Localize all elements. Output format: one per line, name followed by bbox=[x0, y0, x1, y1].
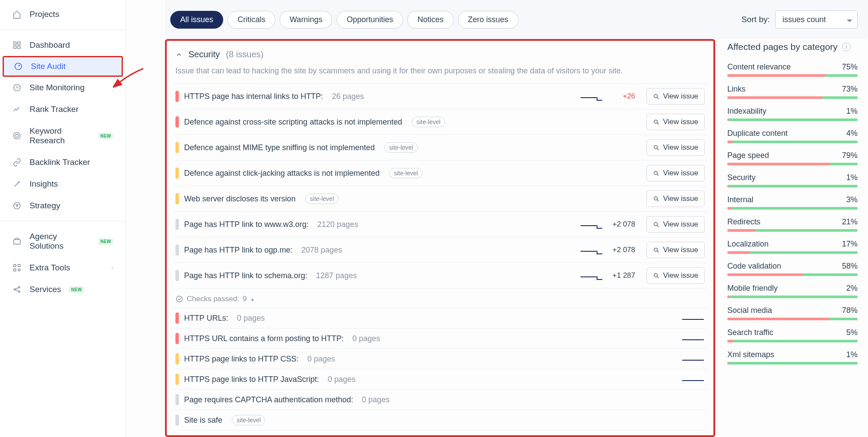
sparkline bbox=[681, 375, 705, 384]
category-label: Links bbox=[727, 85, 746, 94]
category-pct: 79% bbox=[842, 151, 858, 160]
svg-point-19 bbox=[654, 145, 658, 149]
new-badge: NEW bbox=[69, 286, 84, 293]
category-pct: 21% bbox=[842, 217, 858, 227]
nav-services[interactable]: Services NEW bbox=[0, 279, 125, 300]
issue-row: HTTPS page links to HTTP CSS:0 pages bbox=[174, 348, 706, 369]
delta-value: +2 078 bbox=[612, 246, 635, 254]
right-panel-title: Affected pages by category bbox=[727, 42, 838, 52]
category-label: Search traffic bbox=[727, 328, 773, 337]
view-issue-button[interactable]: View issue bbox=[647, 165, 705, 181]
view-issue-button[interactable]: View issue bbox=[647, 88, 705, 105]
sparkline bbox=[580, 271, 603, 280]
svg-point-15 bbox=[18, 286, 20, 288]
view-issue-button[interactable]: View issue bbox=[647, 114, 705, 130]
nav-label: Insights bbox=[30, 179, 58, 189]
info-icon[interactable]: i bbox=[842, 43, 851, 51]
view-issue-button[interactable]: View issue bbox=[647, 139, 705, 156]
nav-label: Services bbox=[30, 285, 61, 294]
affected-pages-panel: Affected pages by category i Content rel… bbox=[727, 39, 858, 437]
category-bar bbox=[727, 362, 858, 365]
nav-projects[interactable]: Projects bbox=[0, 3, 125, 25]
view-issue-button[interactable]: View issue bbox=[647, 191, 705, 207]
category-row[interactable]: Indexability1% bbox=[727, 104, 858, 126]
nav-agency-solutions[interactable]: Agency Solutions NEW bbox=[0, 226, 125, 257]
view-issue-button[interactable]: View issue bbox=[647, 216, 705, 233]
category-row[interactable]: Content relevance75% bbox=[727, 60, 858, 82]
issue-pages: 0 pages bbox=[352, 334, 380, 343]
category-row[interactable]: Security1% bbox=[727, 171, 858, 193]
filter-criticals[interactable]: Criticals bbox=[228, 11, 275, 29]
nav-label: Extra Tools bbox=[30, 263, 70, 273]
nav-label: Projects bbox=[30, 10, 59, 19]
category-label: Page speed bbox=[727, 151, 769, 160]
category-row[interactable]: Page speed79% bbox=[727, 148, 858, 171]
category-row[interactable]: Links73% bbox=[727, 82, 858, 104]
category-row[interactable]: Mobile friendly2% bbox=[727, 281, 858, 303]
category-bar bbox=[727, 340, 858, 342]
nav-strategy[interactable]: Strategy bbox=[0, 195, 125, 217]
issue-row: Page has HTTP link to www.w3.org:2120 pa… bbox=[174, 211, 706, 237]
issue-row: Defence against cross-site scripting att… bbox=[174, 109, 706, 135]
severity-indicator bbox=[175, 168, 179, 179]
section-title: Security bbox=[188, 49, 220, 59]
category-row[interactable]: Redirects21% bbox=[727, 215, 858, 237]
issue-title: Defence against cross-site scripting att… bbox=[184, 118, 402, 127]
section-header[interactable]: Security (8 issues) bbox=[174, 46, 706, 61]
filter-bar: All issues Criticals Warnings Opportunit… bbox=[165, 0, 868, 39]
nav-insights[interactable]: Insights bbox=[0, 173, 125, 195]
severity-indicator bbox=[175, 312, 179, 324]
sort-select[interactable]: issues count bbox=[775, 10, 858, 29]
compass-icon bbox=[12, 201, 22, 210]
category-row[interactable]: Internal3% bbox=[727, 193, 858, 215]
category-row[interactable]: Localization17% bbox=[727, 237, 858, 259]
issue-title: Page has HTTP link to schema.org: bbox=[184, 271, 307, 280]
nav-site-monitoring[interactable]: Site Monitoring bbox=[0, 77, 125, 99]
category-label: Mobile friendly bbox=[727, 284, 778, 293]
category-bar bbox=[727, 273, 858, 276]
svg-point-21 bbox=[654, 197, 658, 200]
nav-extra-tools[interactable]: Extra Tools › bbox=[0, 257, 125, 279]
checks-passed-toggle[interactable]: Checks passed: 9 ▲ bbox=[174, 288, 706, 308]
issue-row: Defence against gaining access to the co… bbox=[174, 430, 706, 437]
issue-title: HTTPS page links to HTTP CSS: bbox=[184, 355, 299, 364]
sparkline bbox=[580, 220, 603, 229]
gauge-icon bbox=[13, 62, 23, 71]
severity-indicator bbox=[175, 193, 179, 204]
category-bar bbox=[727, 141, 858, 143]
svg-point-16 bbox=[18, 291, 20, 292]
issue-pages: 26 pages bbox=[332, 92, 364, 101]
category-row[interactable]: Xml sitemaps1% bbox=[727, 348, 858, 370]
filter-warnings[interactable]: Warnings bbox=[280, 11, 332, 29]
nav-rank-tracker[interactable]: Rank Tracker bbox=[0, 99, 125, 120]
filter-opportunities[interactable]: Opportunities bbox=[337, 11, 403, 29]
issue-title: Page requires CAPTCHA authentication met… bbox=[184, 395, 353, 404]
nav-label: Strategy bbox=[30, 201, 60, 210]
category-pct: 1% bbox=[846, 350, 858, 359]
view-issue-button[interactable]: View issue bbox=[647, 267, 705, 284]
category-bar bbox=[727, 96, 858, 99]
nav-site-audit[interactable]: Site Audit bbox=[3, 56, 123, 77]
nav-backlink-tracker[interactable]: Backlink Tracker bbox=[0, 151, 125, 173]
category-row[interactable]: Search traffic5% bbox=[727, 325, 858, 348]
nav-keyword-research[interactable]: Keyword Research NEW bbox=[0, 120, 125, 151]
view-issue-button[interactable]: View issue bbox=[647, 242, 705, 258]
filter-all-issues[interactable]: All issues bbox=[170, 11, 223, 29]
filter-zero-issues[interactable]: Zero issues bbox=[458, 11, 518, 29]
severity-indicator bbox=[175, 394, 179, 405]
category-row[interactable]: Code validation58% bbox=[727, 259, 858, 281]
category-row[interactable]: Social media78% bbox=[727, 303, 858, 325]
category-bar bbox=[727, 229, 858, 232]
chevron-up-icon bbox=[175, 51, 182, 58]
category-label: Xml sitemaps bbox=[727, 350, 774, 359]
sparkline bbox=[681, 354, 705, 364]
severity-indicator bbox=[175, 142, 179, 153]
category-row[interactable]: Duplicate content4% bbox=[727, 126, 858, 148]
category-bar bbox=[727, 74, 858, 77]
category-pct: 5% bbox=[846, 328, 858, 337]
site-level-tag: site-level bbox=[412, 117, 445, 127]
site-level-tag: site-level bbox=[305, 194, 339, 204]
chart-icon bbox=[12, 105, 22, 114]
nav-dashboard[interactable]: Dashboard bbox=[0, 34, 125, 56]
filter-notices[interactable]: Notices bbox=[407, 11, 453, 29]
